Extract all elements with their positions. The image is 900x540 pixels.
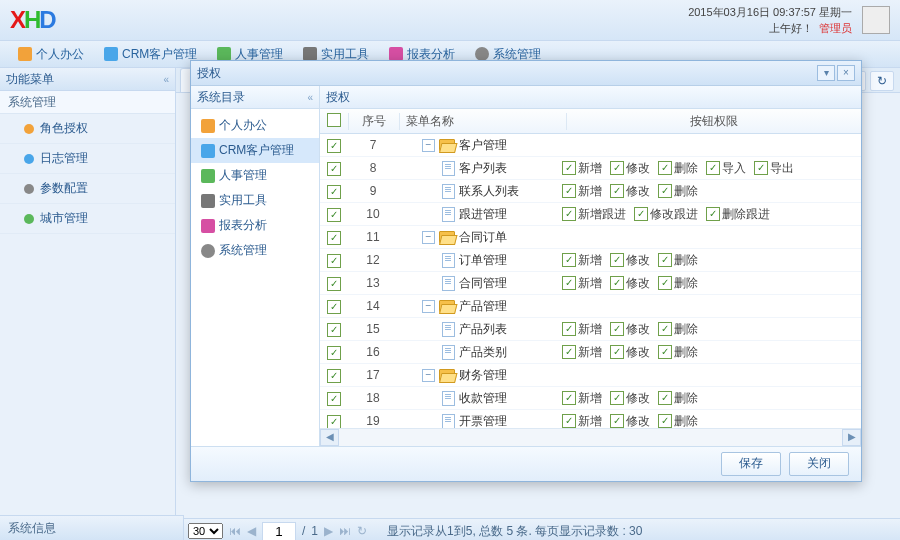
checkbox-icon[interactable]: ✓ — [562, 253, 576, 267]
perm-修改[interactable]: ✓修改 — [610, 252, 650, 269]
checkbox-icon[interactable]: ✓ — [610, 253, 624, 267]
perm-修改[interactable]: ✓修改 — [610, 344, 650, 361]
toolbar-refresh-icon[interactable]: ↻ — [870, 71, 894, 91]
tree-item-CRM客户管理[interactable]: CRM客户管理 — [191, 138, 319, 163]
sidebar-item-角色授权[interactable]: 角色授权 — [0, 114, 175, 144]
tree-item-实用工具[interactable]: 实用工具 — [191, 188, 319, 213]
perm-修改[interactable]: ✓修改 — [610, 275, 650, 292]
row-checkbox[interactable]: ✓ — [327, 277, 341, 291]
row-checkbox[interactable]: ✓ — [327, 300, 341, 314]
perm-新增[interactable]: ✓新增 — [562, 390, 602, 407]
perm-修改[interactable]: ✓修改 — [610, 390, 650, 407]
perm-删除[interactable]: ✓删除 — [658, 275, 698, 292]
checkbox-icon[interactable]: ✓ — [562, 414, 576, 428]
row-checkbox[interactable]: ✓ — [327, 323, 341, 337]
system-info-bar[interactable]: 系统信息 — [0, 515, 184, 540]
tree-item-个人办公[interactable]: 个人办公 — [191, 113, 319, 138]
checkbox-icon[interactable]: ✓ — [634, 207, 648, 221]
checkbox-icon[interactable]: ✓ — [610, 276, 624, 290]
perm-删除[interactable]: ✓删除 — [658, 413, 698, 429]
sidebar-item-参数配置[interactable]: 参数配置 — [0, 174, 175, 204]
sidebar-item-日志管理[interactable]: 日志管理 — [0, 144, 175, 174]
dialog-collapse-icon[interactable]: ▾ — [817, 65, 835, 81]
row-checkbox[interactable]: ✓ — [327, 185, 341, 199]
row-checkbox[interactable]: ✓ — [327, 162, 341, 176]
checkbox-icon[interactable]: ✓ — [658, 391, 672, 405]
checkbox-icon[interactable]: ✓ — [754, 161, 768, 175]
row-checkbox[interactable]: ✓ — [327, 139, 341, 153]
col-checkbox[interactable] — [320, 113, 349, 130]
tree-item-人事管理[interactable]: 人事管理 — [191, 163, 319, 188]
perm-导出[interactable]: ✓导出 — [754, 160, 794, 177]
perm-新增[interactable]: ✓新增 — [562, 183, 602, 200]
pager-first-icon[interactable]: ⏮ — [229, 524, 241, 538]
tree-item-报表分析[interactable]: 报表分析 — [191, 213, 319, 238]
checkbox-icon[interactable]: ✓ — [658, 276, 672, 290]
checkbox-icon[interactable]: ✓ — [562, 391, 576, 405]
pager-prev-icon[interactable]: ◀ — [247, 524, 256, 538]
checkbox-icon[interactable]: ✓ — [610, 391, 624, 405]
perm-新增[interactable]: ✓新增 — [562, 413, 602, 429]
row-checkbox[interactable]: ✓ — [327, 231, 341, 245]
row-checkbox[interactable]: ✓ — [327, 392, 341, 406]
checkbox-icon[interactable]: ✓ — [562, 322, 576, 336]
row-checkbox[interactable]: ✓ — [327, 208, 341, 222]
perm-导入[interactable]: ✓导入 — [706, 160, 746, 177]
perm-删除[interactable]: ✓删除 — [658, 160, 698, 177]
perm-修改跟进[interactable]: ✓修改跟进 — [634, 206, 698, 223]
header-user[interactable]: 管理员 — [819, 22, 852, 34]
dialog-close-icon[interactable]: × — [837, 65, 855, 81]
save-button[interactable]: 保存 — [721, 452, 781, 476]
pager-next-icon[interactable]: ▶ — [324, 524, 333, 538]
pager-refresh-icon[interactable]: ↻ — [357, 524, 367, 538]
perm-修改[interactable]: ✓修改 — [610, 321, 650, 338]
perm-修改[interactable]: ✓修改 — [610, 183, 650, 200]
checkbox-icon[interactable]: ✓ — [610, 161, 624, 175]
menu-个人办公[interactable]: 个人办公 — [8, 41, 94, 67]
expand-icon[interactable]: − — [422, 300, 435, 313]
checkbox-icon[interactable]: ✓ — [610, 345, 624, 359]
pager-page-input[interactable] — [262, 522, 296, 541]
perm-新增[interactable]: ✓新增 — [562, 275, 602, 292]
checkbox-icon[interactable]: ✓ — [610, 322, 624, 336]
checkbox-icon[interactable]: ✓ — [610, 184, 624, 198]
expand-icon[interactable]: − — [422, 231, 435, 244]
perm-删除[interactable]: ✓删除 — [658, 390, 698, 407]
checkbox-icon[interactable]: ✓ — [658, 184, 672, 198]
checkbox-icon[interactable]: ✓ — [562, 161, 576, 175]
checkbox-icon[interactable]: ✓ — [658, 414, 672, 428]
perm-删除[interactable]: ✓删除 — [658, 252, 698, 269]
perm-删除[interactable]: ✓删除 — [658, 344, 698, 361]
checkbox-icon[interactable]: ✓ — [562, 345, 576, 359]
left-panel-group[interactable]: 系统管理 — [0, 91, 175, 114]
checkbox-icon[interactable]: ✓ — [658, 322, 672, 336]
checkbox-icon[interactable]: ✓ — [562, 276, 576, 290]
perm-新增跟进[interactable]: ✓新增跟进 — [562, 206, 626, 223]
tree-collapse-icon[interactable]: « — [307, 92, 313, 103]
perm-删除跟进[interactable]: ✓删除跟进 — [706, 206, 770, 223]
checkbox-icon[interactable]: ✓ — [610, 414, 624, 428]
perm-新增[interactable]: ✓新增 — [562, 160, 602, 177]
horizontal-scrollbar[interactable]: ◀▶ — [320, 428, 861, 446]
perm-新增[interactable]: ✓新增 — [562, 344, 602, 361]
checkbox-icon[interactable]: ✓ — [658, 345, 672, 359]
checkbox-icon[interactable]: ✓ — [562, 184, 576, 198]
checkbox-icon[interactable]: ✓ — [706, 207, 720, 221]
perm-修改[interactable]: ✓修改 — [610, 160, 650, 177]
perm-删除[interactable]: ✓删除 — [658, 183, 698, 200]
header-widget-icon[interactable] — [862, 6, 890, 34]
expand-icon[interactable]: − — [422, 369, 435, 382]
pager-last-icon[interactable]: ⏭ — [339, 524, 351, 538]
sidebar-item-城市管理[interactable]: 城市管理 — [0, 204, 175, 234]
expand-icon[interactable]: − — [422, 139, 435, 152]
checkbox-icon[interactable]: ✓ — [658, 161, 672, 175]
collapse-icon[interactable]: « — [163, 74, 169, 85]
perm-删除[interactable]: ✓删除 — [658, 321, 698, 338]
page-size-select[interactable]: 30 — [188, 523, 223, 539]
perm-修改[interactable]: ✓修改 — [610, 413, 650, 429]
checkbox-icon[interactable]: ✓ — [562, 207, 576, 221]
row-checkbox[interactable]: ✓ — [327, 346, 341, 360]
perm-新增[interactable]: ✓新增 — [562, 252, 602, 269]
perm-新增[interactable]: ✓新增 — [562, 321, 602, 338]
checkbox-icon[interactable]: ✓ — [706, 161, 720, 175]
